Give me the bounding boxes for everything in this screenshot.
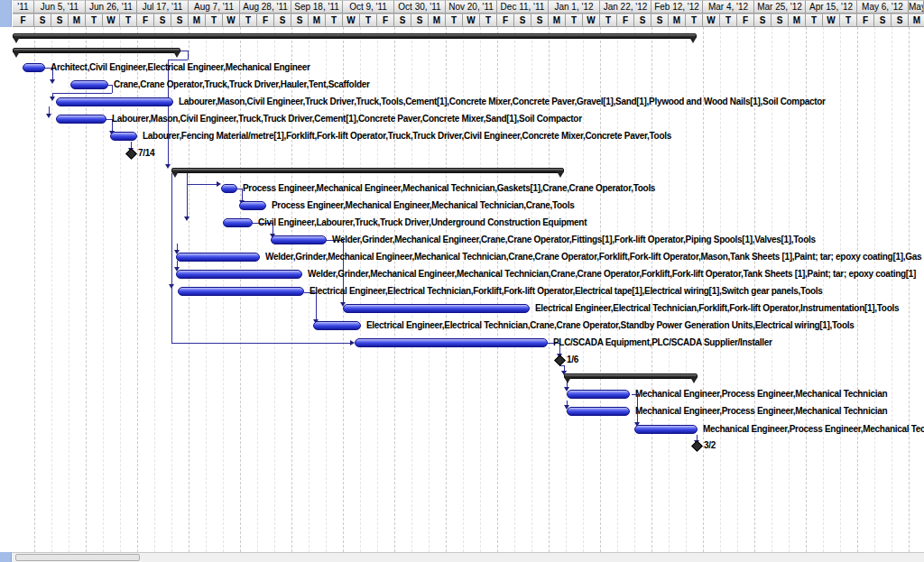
task-bar[interactable]: [355, 338, 548, 347]
grid-line: [840, 27, 841, 552]
task-resource-label: Labourer,Mason,Civil Engineer,Truck,Truc…: [112, 113, 582, 125]
link-line: [168, 60, 188, 60]
timescale-day-cell: T: [566, 14, 583, 27]
task-bar[interactable]: [567, 407, 630, 416]
grid-line: [51, 27, 52, 552]
task-bar[interactable]: [23, 63, 45, 72]
timescale-major-cell: Oct 9, '11: [343, 0, 394, 14]
task-resource-label: Electrical Engineer,Electrical Technicia…: [310, 285, 823, 298]
milestone-date-label: 1/6: [567, 354, 578, 366]
timescale-day-cell: S: [274, 14, 291, 27]
summary-end-cap: [690, 377, 698, 383]
link-line: [52, 93, 112, 94]
timescale-day-cell: W: [223, 14, 240, 27]
timescale-day-cell: T: [686, 14, 703, 27]
task-resource-label: PLC/SCADA Equipment,PLC/SCADA Supplier/I…: [553, 336, 772, 349]
timescale-major-cell: Dec 11, '11: [497, 0, 549, 14]
summary-start-cap: [171, 171, 179, 178]
task-bar[interactable]: [56, 115, 106, 124]
summary-bar[interactable]: [13, 48, 180, 53]
link-line: [187, 173, 188, 217]
link-line: [171, 343, 350, 344]
task-resource-label: Labourer,Fencing Material/metre[1],Forkl…: [143, 130, 671, 143]
task-bar[interactable]: [176, 253, 260, 262]
task-bar[interactable]: [178, 287, 304, 296]
timescale-day-cell: T: [360, 14, 377, 27]
timescale-day-cell: W: [343, 14, 360, 27]
timescale-day-cell: F: [737, 14, 754, 27]
timescale-day-cell: S: [51, 14, 69, 27]
timescale-day-cell: T: [720, 14, 737, 27]
timescale-minor-row: FSSMTWTFSSMTWTFSSMTWTFSSMTWTFSSMTWTFSSMT…: [13, 14, 924, 27]
timescale-day-cell: M: [789, 14, 806, 27]
task-bar[interactable]: [271, 235, 327, 244]
link-line: [187, 184, 217, 185]
timescale-major-cell: May: [909, 0, 924, 14]
timescale-major-cell: May 6, '12: [857, 0, 909, 14]
link-line: [171, 284, 172, 343]
task-resource-label: Welder,Grinder,Mechanical Engineer,Crane…: [332, 234, 816, 246]
link-line: [188, 51, 189, 60]
timescale-day-cell: F: [257, 14, 274, 27]
timescale-day-cell: W: [823, 14, 840, 27]
task-resource-label: Civil Engineer,Labourer,Truck,Truck Driv…: [258, 217, 587, 229]
timescale-major-cell: Jan 22, '12: [600, 0, 651, 14]
task-bar[interactable]: [634, 425, 698, 434]
timescale-day-cell: T: [480, 14, 497, 27]
timescale-major-cell: Aug 7, '11: [189, 0, 240, 14]
timescale-day-cell: F: [13, 14, 34, 27]
task-resource-label: Welder,Grinder,Mechanical Engineer,Mecha…: [308, 268, 916, 281]
task-bar[interactable]: [110, 132, 137, 141]
timescale-day-cell: S: [892, 14, 909, 27]
timescale-day-cell: T: [120, 14, 137, 27]
summary-start-cap: [13, 37, 20, 43]
gantt-chart-view: Gantt Chart '11Jun 5, '11Jun 26, '11Jul …: [0, 0, 924, 562]
timescale-day-cell: S: [754, 14, 772, 27]
grid-line: [892, 27, 892, 552]
timescale-day-cell: M: [69, 14, 86, 27]
task-resource-label: Process Engineer,Mechanical Engineer,Mec…: [272, 199, 574, 212]
timescale-day-cell: T: [326, 14, 343, 27]
milestone-date-label: 3/2: [704, 439, 716, 452]
task-bar[interactable]: [223, 218, 253, 227]
timescale-major-cell: Jun 26, '11: [86, 0, 137, 14]
task-bar[interactable]: [313, 321, 361, 330]
task-bar[interactable]: [70, 80, 108, 89]
timescale-day-cell: S: [634, 14, 651, 27]
scrollbar-thumb[interactable]: [15, 554, 140, 561]
timescale-day-cell: F: [497, 14, 514, 27]
task-bar[interactable]: [567, 390, 630, 399]
task-bar[interactable]: [176, 270, 302, 279]
task-resource-label: Process Engineer,Mechanical Engineer,Mec…: [243, 182, 655, 195]
timescale-major-cell: Mar 25, '12: [754, 0, 806, 14]
timescale-day-cell: S: [874, 14, 892, 27]
link-line: [168, 60, 169, 164]
horizontal-scrollbar[interactable]: [12, 552, 924, 562]
task-resource-label: Architect,Civil Engineer,Electrical Engi…: [51, 61, 310, 74]
task-resource-label: Mechanical Engineer,Process Engineer,Mec…: [635, 388, 887, 401]
task-bar[interactable]: [56, 97, 173, 106]
link-arrow: [184, 217, 189, 221]
timescale-day-cell: W: [103, 14, 120, 27]
timescale-day-cell: W: [463, 14, 480, 27]
link-arrow: [165, 164, 171, 169]
timescale-day-cell: S: [531, 14, 549, 27]
task-resource-label: Labourer,Mason,Civil Engineer,Truck Driv…: [179, 96, 826, 108]
timescale-major-cell: Mar 4, '12: [703, 0, 754, 14]
summary-bar[interactable]: [171, 168, 564, 173]
task-bar[interactable]: [343, 304, 530, 313]
summary-bar[interactable]: [13, 33, 697, 39]
timescale-day-cell: S: [34, 14, 51, 27]
link-line: [49, 106, 50, 114]
timescale-day-cell: S: [291, 14, 309, 27]
grid-line: [909, 27, 910, 552]
summary-start-cap: [564, 377, 571, 383]
link-line: [180, 51, 188, 51]
task-bar[interactable]: [239, 201, 266, 210]
summary-start-cap: [13, 51, 20, 58]
task-resource-label: Welder,Grinder,Mechanical Engineer,Mecha…: [265, 251, 921, 263]
summary-bar[interactable]: [564, 373, 698, 379]
timescale-day-cell: M: [669, 14, 686, 27]
task-bar[interactable]: [221, 184, 237, 193]
timescale-major-cell: Oct 30, '11: [394, 0, 446, 14]
